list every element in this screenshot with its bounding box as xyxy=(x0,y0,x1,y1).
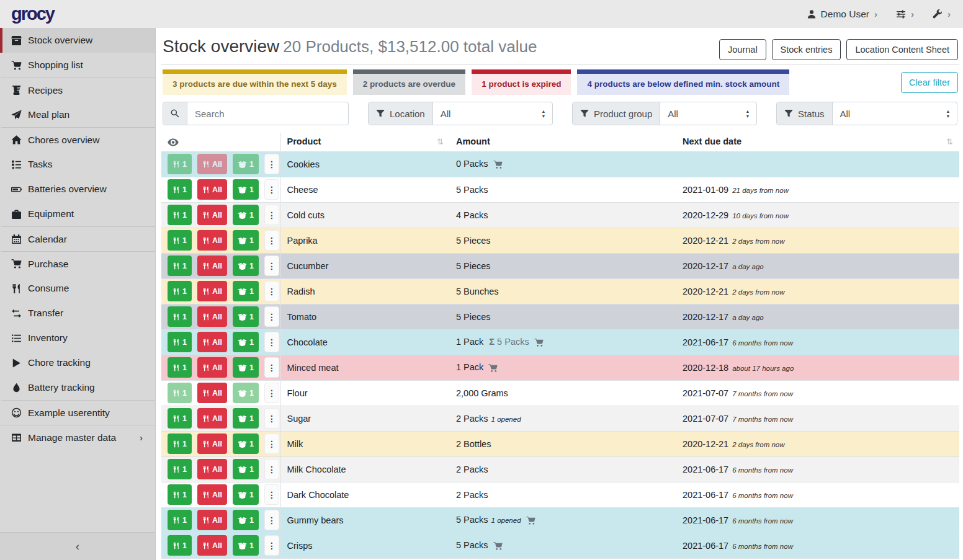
shopping-cart-icon[interactable] xyxy=(534,338,544,347)
open-one-button[interactable]: 1 xyxy=(233,230,259,251)
shopping-cart-icon[interactable] xyxy=(493,541,503,551)
open-one-button[interactable]: 1 xyxy=(233,205,259,225)
consume-one-button[interactable]: 1 xyxy=(168,306,192,327)
row-menu-button[interactable]: ⋮ xyxy=(264,357,279,378)
consume-one-button[interactable]: 1 xyxy=(168,535,192,556)
row-menu-button[interactable]: ⋮ xyxy=(264,281,279,301)
row-menu-button[interactable]: ⋮ xyxy=(264,459,279,479)
admin-menu[interactable]: › xyxy=(933,9,951,19)
sidebar-item-manage-master-data[interactable]: Manage master data › xyxy=(0,425,155,450)
sidebar-item-tasks[interactable]: Tasks xyxy=(0,152,155,177)
open-one-button[interactable]: 1 xyxy=(233,256,259,276)
sidebar-item-batteries-overview[interactable]: Batteries overview xyxy=(0,177,155,202)
open-one-button[interactable]: 1 xyxy=(233,357,259,378)
sidebar-item-stock-overview[interactable]: Stock overview xyxy=(0,28,155,53)
sidebar-item-chores-overview[interactable]: Chores overview xyxy=(0,127,155,152)
filter-select[interactable]: All ▴▾ xyxy=(833,102,957,125)
sort-icon[interactable]: ⇅ xyxy=(437,137,444,146)
row-menu-button[interactable]: ⋮ xyxy=(264,408,279,429)
sidebar-item-consume[interactable]: Consume xyxy=(0,276,155,301)
row-menu-button[interactable]: ⋮ xyxy=(264,205,279,225)
row-menu-button[interactable]: ⋮ xyxy=(264,332,279,352)
sidebar-item-calendar[interactable]: Calendar xyxy=(0,226,155,251)
open-one-button[interactable]: 1 xyxy=(233,154,259,174)
consume-one-button[interactable]: 1 xyxy=(168,484,192,505)
location-content-sheet-button[interactable]: Location Content Sheet xyxy=(846,39,958,60)
shopping-cart-icon[interactable] xyxy=(493,160,503,169)
column-header-product[interactable]: Product⇅ xyxy=(280,133,450,151)
consume-one-button[interactable]: 1 xyxy=(168,230,192,251)
filter-select[interactable]: All ▴▾ xyxy=(433,102,552,125)
sidebar-item-example-userentity[interactable]: Example userentity xyxy=(0,400,155,425)
status-banner[interactable]: 2 products are overdue xyxy=(353,69,465,95)
consume-all-button[interactable]: All xyxy=(197,408,227,429)
consume-all-button[interactable]: All xyxy=(197,510,227,530)
sidebar-collapse-button[interactable]: ‹ xyxy=(0,532,155,560)
sidebar-item-recipes[interactable]: Recipes xyxy=(0,78,155,102)
consume-all-button[interactable]: All xyxy=(197,281,227,301)
row-menu-button[interactable]: ⋮ xyxy=(264,484,279,505)
consume-all-button[interactable]: All xyxy=(197,535,227,556)
sidebar-item-battery-tracking[interactable]: Battery tracking xyxy=(0,375,155,400)
sidebar-item-shopping-list[interactable]: Shopping list xyxy=(0,53,155,78)
filter-select[interactable]: All ▴▾ xyxy=(660,102,756,125)
consume-all-button[interactable]: All xyxy=(197,154,227,174)
consume-one-button[interactable]: 1 xyxy=(168,179,192,200)
open-one-button[interactable]: 1 xyxy=(233,281,259,301)
open-one-button[interactable]: 1 xyxy=(233,306,259,327)
open-one-button[interactable]: 1 xyxy=(233,459,259,479)
status-banner[interactable]: 3 products are due within the next 5 day… xyxy=(163,69,347,95)
column-header-amount[interactable]: Amount xyxy=(450,133,676,151)
consume-one-button[interactable]: 1 xyxy=(168,332,192,352)
consume-one-button[interactable]: 1 xyxy=(168,205,192,225)
open-one-button[interactable]: 1 xyxy=(233,383,259,403)
sort-icon[interactable]: ⇅ xyxy=(946,137,953,146)
row-menu-button[interactable]: ⋮ xyxy=(264,433,279,454)
row-menu-button[interactable]: ⋮ xyxy=(264,154,279,174)
consume-all-button[interactable]: All xyxy=(197,484,227,505)
consume-one-button[interactable]: 1 xyxy=(168,256,192,276)
column-header-next-due-date[interactable]: Next due date⇅ xyxy=(676,133,959,151)
sidebar-item-inventory[interactable]: Inventory xyxy=(0,326,155,350)
consume-one-button[interactable]: 1 xyxy=(168,281,192,301)
consume-one-button[interactable]: 1 xyxy=(168,459,192,479)
row-menu-button[interactable]: ⋮ xyxy=(264,535,279,556)
row-menu-button[interactable]: ⋮ xyxy=(264,306,279,327)
sidebar-item-purchase[interactable]: Purchase xyxy=(0,251,155,276)
consume-one-button[interactable]: 1 xyxy=(168,408,192,429)
row-menu-button[interactable]: ⋮ xyxy=(264,510,279,530)
open-one-button[interactable]: 1 xyxy=(233,484,259,505)
open-one-button[interactable]: 1 xyxy=(233,408,259,429)
row-menu-button[interactable]: ⋮ xyxy=(264,256,279,276)
open-one-button[interactable]: 1 xyxy=(233,433,259,454)
consume-all-button[interactable]: All xyxy=(197,383,227,403)
consume-all-button[interactable]: All xyxy=(197,179,227,200)
consume-all-button[interactable]: All xyxy=(197,459,227,479)
consume-one-button[interactable]: 1 xyxy=(168,383,192,403)
user-menu[interactable]: Demo User › xyxy=(807,9,877,20)
open-one-button[interactable]: 1 xyxy=(233,510,259,530)
consume-one-button[interactable]: 1 xyxy=(168,433,192,454)
consume-all-button[interactable]: All xyxy=(197,306,227,327)
consume-all-button[interactable]: All xyxy=(197,205,227,225)
row-menu-button[interactable]: ⋮ xyxy=(264,230,279,251)
open-one-button[interactable]: 1 xyxy=(233,535,259,556)
sidebar-item-chore-tracking[interactable]: Chore tracking xyxy=(0,350,155,375)
open-one-button[interactable]: 1 xyxy=(233,179,259,200)
clear-filter-button[interactable]: Clear filter xyxy=(901,72,958,93)
shopping-cart-icon[interactable] xyxy=(488,363,498,373)
consume-one-button[interactable]: 1 xyxy=(168,154,192,174)
eye-icon[interactable] xyxy=(168,138,179,146)
row-menu-button[interactable]: ⋮ xyxy=(264,383,279,403)
consume-all-button[interactable]: All xyxy=(197,433,227,454)
settings-menu[interactable]: › xyxy=(896,9,914,19)
consume-all-button[interactable]: All xyxy=(197,332,227,352)
consume-all-button[interactable]: All xyxy=(197,230,227,251)
sidebar-item-transfer[interactable]: Transfer xyxy=(0,301,155,326)
search-input[interactable] xyxy=(187,102,348,125)
status-banner[interactable]: 4 products are below defined min. stock … xyxy=(577,69,789,95)
row-menu-button[interactable]: ⋮ xyxy=(264,179,279,200)
consume-one-button[interactable]: 1 xyxy=(168,357,192,378)
stock-entries-button[interactable]: Stock entries xyxy=(772,39,841,60)
journal-button[interactable]: Journal xyxy=(719,39,766,60)
